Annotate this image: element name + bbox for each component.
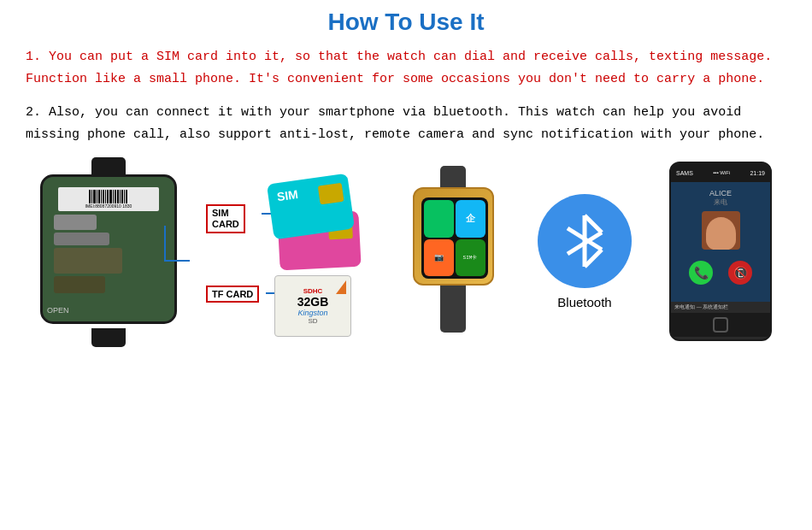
watch-body: IMEI:88087200910 1830 OPEN bbox=[40, 174, 177, 324]
sim-card-cyan: SIM bbox=[267, 174, 355, 240]
sim-slot-area2 bbox=[54, 233, 109, 245]
sw-app-sim-display: SIM卡 bbox=[456, 239, 485, 277]
barcode-line bbox=[93, 190, 96, 203]
circuit-board-2 bbox=[54, 276, 105, 293]
bluetooth-container: Bluetooth bbox=[529, 157, 640, 345]
phone-home-button[interactable] bbox=[713, 317, 728, 333]
bluetooth-circle bbox=[538, 194, 632, 288]
phone-signal: ▪▪▪ WiFi bbox=[713, 170, 730, 175]
content-section-1: 1. You can put a SIM card into it, so th… bbox=[26, 46, 786, 90]
barcode-text: IMEI:88087200910 1830 bbox=[85, 203, 132, 209]
watch-connector-horizontal bbox=[164, 260, 190, 262]
sim-text-1: SIM bbox=[276, 187, 299, 203]
phone-call-screen: ALICE 来电 📞 📵 bbox=[671, 182, 770, 302]
smartwatch-img: 企 📷 SIM卡 bbox=[402, 166, 504, 337]
sw-strap-top bbox=[440, 166, 466, 187]
sd-brand: Kingston bbox=[297, 309, 327, 317]
phone-notification: 来电通知 — 系统通知栏 bbox=[671, 302, 770, 313]
sw-app-3: 📷 bbox=[424, 239, 454, 277]
svg-line-4 bbox=[585, 250, 602, 267]
sd-type: SD bbox=[308, 317, 317, 325]
barcode-line bbox=[124, 190, 125, 203]
phone-body: SAMS ▪▪▪ WiFi 21:19 ALICE 来电 📞 📵 bbox=[669, 162, 772, 341]
barcode-line bbox=[121, 190, 123, 203]
phone-header: SAMS ▪▪▪ WiFi 21:19 bbox=[671, 163, 770, 182]
sd-capacity: 32GB bbox=[297, 295, 329, 309]
svg-line-0 bbox=[585, 215, 602, 233]
sim-chip-1 bbox=[318, 183, 344, 205]
barcode-line bbox=[89, 190, 91, 203]
phone-avatar bbox=[702, 211, 740, 250]
phone-brand: SAMS bbox=[676, 170, 693, 176]
barcode-line bbox=[107, 190, 109, 203]
barcode-line bbox=[117, 190, 119, 203]
decline-call-button[interactable]: 📵 bbox=[728, 261, 752, 285]
phone-status-text: 来电 bbox=[714, 197, 727, 207]
images-section: IMEI:88087200910 1830 OPEN SIMCARD bbox=[26, 157, 786, 345]
sd-triangle bbox=[336, 280, 346, 294]
paragraph-1: 1. You can put a SIM card into it, so th… bbox=[26, 46, 786, 90]
barcode-line bbox=[113, 190, 114, 203]
sw-body: 企 📷 SIM卡 bbox=[413, 187, 494, 286]
sw-app-qq: 企 bbox=[456, 200, 485, 238]
phone-screen: ALICE 来电 📞 📵 bbox=[671, 182, 770, 302]
accept-call-button[interactable]: 📞 bbox=[689, 261, 713, 285]
sim-card-label: SIMCARD bbox=[206, 204, 245, 233]
content-section-2: 2. Also, you can connect it with your sm… bbox=[26, 102, 786, 145]
barcode-line bbox=[101, 190, 102, 203]
paragraph-2: 2. Also, you can connect it with your sm… bbox=[26, 102, 786, 145]
main-title: How To Use It bbox=[327, 9, 484, 35]
title-section: How To Use It bbox=[26, 9, 786, 36]
page-container: How To Use It 1. You can put a SIM card … bbox=[0, 0, 812, 530]
phone-time: 21:19 bbox=[750, 170, 765, 176]
tf-card-label: TF CARD bbox=[206, 286, 259, 303]
sim-container-wrapper: SIMCARD TF CARD SIM SIM SDHC 32GB bbox=[206, 157, 377, 345]
phone-contact-name: ALICE bbox=[709, 186, 732, 197]
sd-logo: SDHC bbox=[303, 287, 323, 295]
watch-interior: IMEI:88087200910 1830 OPEN bbox=[43, 177, 174, 321]
sd-card: SDHC 32GB Kingston SD bbox=[274, 275, 351, 337]
phone-bottom-bar bbox=[671, 313, 770, 337]
sim-slot-area bbox=[54, 215, 97, 230]
watch-container: IMEI:88087200910 1830 OPEN bbox=[32, 157, 185, 345]
barcode-line bbox=[109, 190, 112, 203]
watch-label: OPEN bbox=[47, 306, 69, 315]
barcode-line bbox=[91, 190, 92, 203]
avatar-face bbox=[706, 217, 736, 250]
barcode-line bbox=[97, 190, 97, 203]
circuit-board bbox=[54, 248, 122, 274]
phone-container: SAMS ▪▪▪ WiFi 21:19 ALICE 来电 📞 📵 bbox=[661, 157, 780, 345]
sw-strap-bottom bbox=[440, 286, 466, 333]
barcode-lines bbox=[89, 190, 127, 203]
barcode-area: IMEI:88087200910 1830 bbox=[58, 187, 158, 211]
sw-app-wechat bbox=[424, 200, 454, 238]
smartwatch-container: 企 📷 SIM卡 bbox=[397, 157, 509, 345]
barcode-line bbox=[103, 190, 104, 203]
sw-screen: 企 📷 SIM卡 bbox=[421, 197, 488, 279]
bluetooth-label: Bluetooth bbox=[557, 295, 611, 309]
phone-call-buttons: 📞 📵 bbox=[689, 261, 752, 285]
barcode-line bbox=[120, 190, 121, 203]
barcode-line bbox=[115, 190, 116, 203]
barcode-line bbox=[126, 190, 127, 203]
watch-strap-bottom bbox=[91, 328, 126, 347]
watch-strap-top bbox=[91, 157, 126, 176]
watch-connector-vertical bbox=[164, 226, 166, 262]
barcode-line bbox=[105, 190, 106, 203]
barcode-line bbox=[98, 190, 100, 203]
